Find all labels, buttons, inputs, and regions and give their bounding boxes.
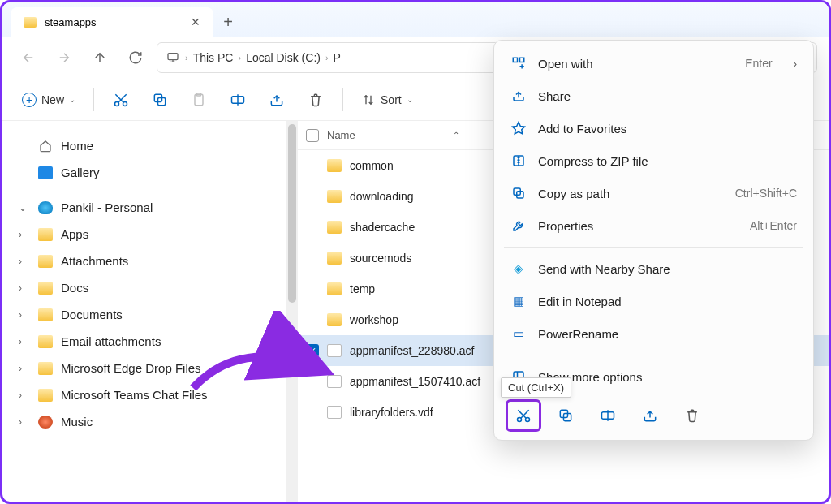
- divider: [342, 88, 343, 111]
- chevron-right-icon: ›: [185, 53, 188, 62]
- name-column[interactable]: Name: [327, 129, 355, 141]
- sidebar-label: Apps: [61, 227, 88, 241]
- scroll-thumb[interactable]: [288, 124, 296, 303]
- folder-icon: [38, 282, 53, 295]
- rename-button[interactable]: [221, 85, 255, 114]
- breadcrumb-item[interactable]: P: [334, 51, 341, 64]
- close-tab-button[interactable]: ✕: [191, 15, 200, 28]
- chevron-right-icon[interactable]: ›: [19, 256, 30, 267]
- file-icon: [327, 375, 342, 388]
- ctx-delete-button[interactable]: [674, 399, 710, 432]
- ctx-compress[interactable]: Compress to ZIP file: [501, 144, 807, 177]
- ctx-label: Add to Favorites: [538, 122, 626, 136]
- tooltip: Cut (Ctrl+X): [501, 377, 571, 398]
- new-tab-button[interactable]: +: [213, 7, 243, 37]
- ctx-open-with[interactable]: Open with Enter ›: [501, 47, 807, 80]
- ctx-label: Compress to ZIP file: [538, 154, 648, 168]
- sort-caret-icon: ⌃: [453, 131, 459, 140]
- sidebar-item-edge[interactable]: ›Microsoft Edge Drop Files: [9, 355, 280, 381]
- ctx-label: Open with: [538, 57, 593, 71]
- sidebar-item-apps[interactable]: ›Apps: [9, 221, 280, 248]
- chevron-right-icon[interactable]: ›: [19, 309, 30, 321]
- folder-icon: [38, 389, 53, 402]
- chevron-right-icon[interactable]: ›: [19, 229, 30, 240]
- ctx-shortcut: Alt+Enter: [750, 219, 797, 232]
- star-icon: [510, 121, 527, 136]
- forward-button[interactable]: [50, 43, 79, 72]
- gallery-icon: [38, 166, 53, 179]
- sidebar-item-attachments[interactable]: ›Attachments: [9, 248, 280, 274]
- delete-button[interactable]: [299, 85, 333, 114]
- chevron-right-icon[interactable]: ›: [19, 416, 30, 428]
- folder-icon: [327, 190, 342, 203]
- ctx-favorites[interactable]: Add to Favorites: [501, 112, 807, 144]
- paste-button[interactable]: [182, 85, 216, 114]
- copy-button[interactable]: [143, 85, 177, 114]
- file-name: common: [350, 159, 394, 172]
- folder-icon: [38, 228, 53, 241]
- file-name: appmanifest_228980.acf: [350, 344, 474, 357]
- chevron-down-icon: ⌄: [69, 95, 75, 104]
- sidebar-label: Pankil - Personal: [61, 200, 153, 214]
- ctx-share[interactable]: Share: [501, 80, 807, 112]
- sort-button[interactable]: Sort ⌄: [353, 85, 421, 114]
- chevron-right-icon[interactable]: ›: [19, 390, 30, 401]
- ctx-copy-button[interactable]: [548, 399, 583, 432]
- folder-icon: [327, 159, 342, 172]
- ctx-properties[interactable]: Properties Alt+Enter: [501, 209, 807, 242]
- chevron-down-icon[interactable]: ⌄: [19, 202, 30, 213]
- window-tab[interactable]: steamapps ✕: [11, 7, 213, 37]
- sidebar-onedrive[interactable]: ⌄ Pankil - Personal: [9, 194, 280, 221]
- breadcrumb-item[interactable]: Local Disk (C:): [246, 51, 321, 64]
- svg-rect-9: [520, 58, 524, 62]
- ctx-powerrename[interactable]: ▭ PowerRename: [501, 317, 807, 350]
- svg-rect-0: [168, 54, 178, 60]
- file-name: downloading: [350, 190, 414, 203]
- sidebar-label: Attachments: [61, 254, 128, 268]
- breadcrumb-item[interactable]: This PC: [193, 51, 234, 64]
- chevron-right-icon[interactable]: ›: [19, 336, 30, 347]
- folder-icon: [327, 252, 342, 265]
- sidebar-home[interactable]: Home: [9, 132, 280, 159]
- sidebar: Home Gallery ⌄ Pankil - Personal ›Apps ›…: [2, 121, 286, 502]
- sidebar-item-email[interactable]: ›Email attachments: [9, 328, 280, 355]
- sidebar-item-docs[interactable]: ›Docs: [9, 274, 280, 301]
- back-button[interactable]: [14, 43, 43, 72]
- share-button[interactable]: [260, 85, 294, 114]
- music-icon: [38, 416, 53, 429]
- ctx-cut-button[interactable]: [506, 399, 541, 432]
- cut-button[interactable]: [104, 85, 138, 114]
- file-icon: [327, 344, 342, 357]
- sidebar-label: Microsoft Edge Drop Files: [61, 361, 201, 375]
- wrench-icon: [510, 218, 527, 233]
- separator: [504, 247, 803, 248]
- ctx-copy-path[interactable]: Copy as path Ctrl+Shift+C: [501, 177, 807, 209]
- ctx-nearby-share[interactable]: ◈ Send with Nearby Share: [501, 252, 807, 285]
- ctx-share-button[interactable]: [632, 399, 668, 432]
- open-with-icon: [510, 56, 527, 71]
- chevron-right-icon[interactable]: ›: [19, 363, 30, 374]
- sidebar-item-documents[interactable]: ›Documents: [9, 301, 280, 328]
- divider: [93, 88, 94, 111]
- new-button[interactable]: + New ⌄: [14, 85, 84, 114]
- copy-path-icon: [510, 186, 527, 200]
- ctx-notepad[interactable]: ▦ Edit in Notepad: [501, 285, 807, 317]
- home-icon: [38, 140, 53, 153]
- select-all-checkbox[interactable]: [306, 129, 319, 142]
- sidebar-item-teams[interactable]: ›Microsoft Teams Chat Files: [9, 381, 280, 408]
- up-button[interactable]: [85, 43, 114, 72]
- sidebar-gallery[interactable]: Gallery: [9, 159, 280, 186]
- sidebar-scrollbar[interactable]: [286, 121, 298, 502]
- ctx-label: Copy as path: [538, 187, 609, 200]
- svg-point-1: [115, 101, 119, 106]
- sidebar-label: Gallery: [61, 166, 100, 179]
- checkbox-checked[interactable]: ✓: [306, 344, 319, 357]
- ctx-label: Share: [538, 89, 571, 103]
- ctx-shortcut: Ctrl+Shift+C: [735, 187, 797, 200]
- folder-icon: [38, 335, 53, 348]
- notepad-icon: ▦: [510, 294, 527, 308]
- chevron-right-icon[interactable]: ›: [19, 282, 30, 294]
- ctx-rename-button[interactable]: [590, 399, 626, 432]
- sidebar-item-music[interactable]: ›Music: [9, 408, 280, 435]
- refresh-button[interactable]: [121, 43, 150, 72]
